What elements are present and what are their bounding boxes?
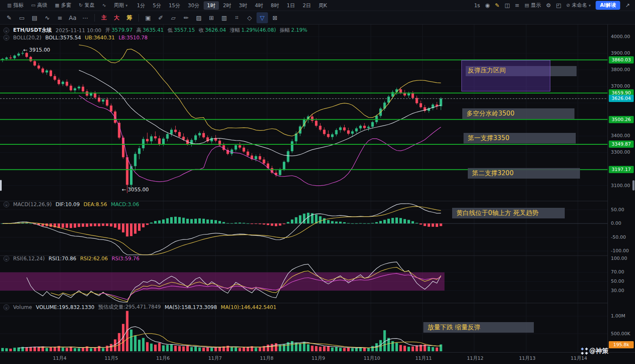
volume-axis-label: 500.00K [611,331,630,336]
collapse-macd-icon[interactable]: ⌄ [3,201,9,207]
collapse-main-icon[interactable]: ⌄ [3,28,9,33]
menu-label: 周期 [114,2,124,9]
rsi-axis-label: 100.00 [611,256,627,261]
tf-1d[interactable]: 1日 [283,1,298,10]
pattern-tool-icon[interactable]: ▨ [193,12,204,23]
edit-icon[interactable]: ✎ [495,2,500,8]
polygon-tool-icon[interactable]: ▱ [168,12,179,23]
more-tools-icon[interactable]: ⋯ [80,12,91,23]
volume-axis-label: 1.00M [611,313,625,319]
text-tool-icon[interactable]: Aa [67,12,78,23]
menu-indicators[interactable]: ▥指标 [3,0,27,11]
magnet-tool-icon[interactable]: ◇ [244,12,255,23]
ai-analysis-button[interactable]: AI解读 [596,1,620,10]
pane-resize-handle[interactable] [0,180,2,191]
tf-15m[interactable]: 15分 [165,1,183,10]
indicator-value: MA(10):146,442.5401 [221,304,276,310]
share-icon[interactable]: ↗ [625,2,630,8]
macd-axis-label: -100.00 [611,248,629,254]
tf-5m[interactable]: 5分 [149,1,165,10]
menu-period[interactable]: 周期▾ [110,0,132,11]
trash-tool-icon[interactable]: ⊠ [269,12,281,23]
price-axis-badge: 195.8k [609,341,634,348]
time-axis-label: 11月8 [260,355,273,361]
tf-3h[interactable]: 3时 [235,1,251,10]
annotation-support1: 第一支撑3350 [464,133,576,143]
time-axis[interactable]: 11月411月511月611月711月811月911月1011月1111月121… [0,352,635,364]
price-axis-badge: 3626.04 [609,95,634,102]
ohlc-value: 3579.97 [111,27,133,33]
add-panel-icon[interactable]: ⊞ [206,12,217,23]
list-icon[interactable]: ≡ [515,2,519,8]
shence-logo-icon [583,350,586,353]
time-axis-label: 11月10 [364,355,380,361]
drawing-toolbar: ✎▭▤∿≡Aa⋯主大筹▣✐▱✏▨⊞▥⌗◇▽⊠ [0,11,635,25]
layout-split-icon[interactable]: ◫ [505,2,510,8]
axis-scrollbar-thumb[interactable] [632,180,635,190]
ohlc-value: 3557.15 [174,27,195,33]
channel-tool-icon[interactable]: ▤ [29,12,40,23]
chips-distribution-button[interactable]: 筹 [124,14,135,22]
tf-2h[interactable]: 2时 [220,1,235,10]
pencil-tool-icon[interactable]: ✎ [3,12,15,23]
grid-tool-icon[interactable]: ⌗ [231,12,243,23]
price-axis[interactable]: 4000.003900.003800.003700.003400.003300.… [607,25,635,352]
large-view-button[interactable]: 大 [111,14,122,22]
top-toolbar: ▥指标▭高级▦多窗↻复盘∿周期▾ 1分5分15分30分1时2时3时4时8时1日2… [0,0,635,11]
annotation-macd-note: 黄白线位于0轴上方 死叉趋势 [452,208,565,218]
tf-1m[interactable]: 1分 [133,1,149,10]
time-axis-label: 11月9 [312,355,325,361]
collapse-boll-icon[interactable]: ⌄ [3,35,9,41]
pen-tool-icon[interactable]: ✏ [180,12,192,23]
template-tool-icon[interactable]: ▣ [142,12,154,23]
indicator-value: RSI3:59.76 [112,256,140,262]
menu-label: 高级 [37,2,47,9]
lines-tool-icon[interactable]: ≡ [54,12,66,23]
time-axis-label: 11月14 [571,355,587,361]
fullscreen-icon[interactable]: ◰ [556,2,561,8]
settings-gear-icon[interactable]: ⚙ [546,2,551,8]
low-price-callout: ← 3055.00 [122,187,149,193]
interval-1s[interactable]: 1s [474,3,480,8]
tf-30m[interactable]: 30分 [185,1,203,10]
price-axis-label: 4000.00 [611,34,630,39]
pressure-zone-box[interactable]: 反弹压力区间 [461,60,550,91]
shape-tool-icon[interactable]: ▭ [16,12,28,23]
time-axis-label: 11月5 [105,355,118,361]
indicator-value: RSI2:62.06 [80,256,108,262]
layout-name-menu[interactable]: ⊘未命名▾ [566,0,591,11]
waveform-button[interactable]: ∿ [98,0,110,11]
collapse-rsi-icon[interactable]: ⌄ [3,256,9,262]
toolbar-divider [94,14,95,22]
tf-2d[interactable]: 2日 [299,1,315,10]
menu-advanced[interactable]: ▭高级 [27,0,51,11]
price-axis-label: 3700.00 [611,83,630,89]
wave-tool-icon[interactable]: ∿ [41,12,53,23]
menu-display[interactable]: ▤显示 [525,0,541,11]
watermark: @神策 [583,347,608,355]
menu-replay[interactable]: ↻复盘 [75,0,98,11]
tf-8h[interactable]: 8时 [268,1,283,10]
rows-tool-icon[interactable]: ▥ [218,12,230,23]
tf-1w[interactable]: 周K [315,1,331,10]
ohlc-field: 振幅2.19% [280,27,307,34]
rsi-axis-label: 70.00 [611,269,624,275]
filter-tool-icon[interactable]: ▽ [257,12,268,23]
screenshot-icon[interactable]: ◉ [485,2,490,8]
multiwindow-icon: ▦ [55,3,59,8]
annotation-watershed: 多空分水岭3500 [462,108,574,119]
indicator-value: RSI1:70.86 [49,256,77,262]
brush-tool-icon[interactable]: ✐ [155,12,166,23]
price-axis-badge: 3349.87 [609,141,634,148]
collapse-volume-icon[interactable]: ⌄ [3,304,9,310]
tf-1h[interactable]: 1时 [204,1,219,10]
main-indicator-button[interactable]: 主 [98,14,110,22]
menu-multiwindow[interactable]: ▦多窗 [51,0,75,11]
trading-app: ▥指标▭高级▦多窗↻复盘∿周期▾ 1分5分15分30分1时2时3时4时8时1日2… [0,0,635,364]
high-price-callout: ← 3915.00 [23,47,50,53]
macd-axis-label: 50.00 [611,207,624,212]
timeframe-group: 1分5分15分30分1时2时3时4时8时1日2日周K [133,1,331,10]
macd-axis-label: -50.00 [611,234,626,240]
macd-info-bar: ⌄ MACD(12,26,9)DIF:10.09DEA:8.56MACD:3.0… [3,201,139,207]
tf-4h[interactable]: 4时 [251,1,267,10]
